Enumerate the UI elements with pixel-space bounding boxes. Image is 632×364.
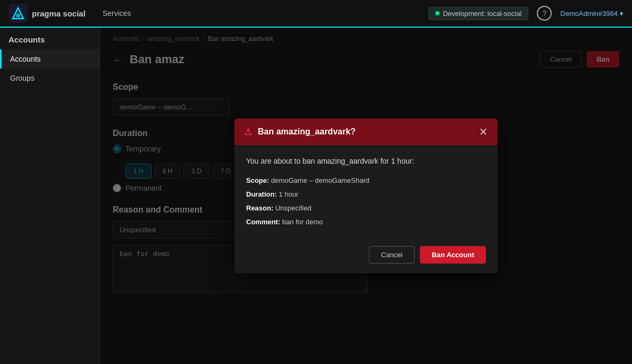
env-label: Development: local-social: [443, 10, 521, 18]
sidebar-item-groups[interactable]: Groups: [0, 69, 99, 88]
sidebar-accounts-label: Accounts: [10, 55, 41, 63]
environment-badge[interactable]: Development: local-social: [428, 7, 528, 20]
logo-area: pragma social: [9, 4, 86, 23]
nav-right: Development: local-social ? DemoAdmin#39…: [428, 6, 623, 21]
dialog-duration-row: Duration: 1 hour: [246, 188, 486, 201]
help-icon: ?: [542, 9, 546, 18]
dialog-comment-value: ban for demo: [282, 218, 323, 226]
dialog-title-area: ⚠ Ban amazing_aardvark?: [244, 126, 356, 138]
main-layout: Accounts Accounts Groups Accounts / amaz…: [0, 28, 632, 364]
dialog-scope-value: demoGame – demoGameShard: [271, 176, 369, 184]
dialog-title: Ban amazing_aardvark?: [258, 127, 356, 137]
user-label: DemoAdmin#3984: [560, 10, 618, 18]
dialog-close-button[interactable]: ✕: [479, 126, 488, 137]
dialog-scope-row: Scope: demoGame – demoGameShard: [246, 174, 486, 188]
sidebar-top-label: Accounts: [0, 28, 99, 49]
dialog-reason-value: Unspecified: [275, 204, 311, 212]
dialog-duration-label: Duration:: [246, 190, 277, 198]
dialog-comment-row: Comment: ban for demo: [246, 215, 486, 229]
dialog-reason-label: Reason:: [246, 204, 273, 212]
dialog-ban-button[interactable]: Ban Account: [420, 246, 486, 264]
sidebar-groups-label: Groups: [10, 74, 35, 82]
sidebar-item-accounts[interactable]: Accounts: [0, 49, 99, 69]
dialog-header: ⚠ Ban amazing_aardvark? ✕: [234, 118, 498, 145]
dialog-summary: You are about to ban amazing_aardvark fo…: [246, 157, 486, 165]
dialog-actions: Cancel Ban Account: [234, 239, 498, 273]
svg-point-2: [16, 13, 20, 18]
dialog-comment-label: Comment:: [246, 218, 280, 226]
dialog-warning-icon: ⚠: [244, 126, 252, 138]
confirmation-dialog: ⚠ Ban amazing_aardvark? ✕ You are about …: [234, 118, 498, 273]
sidebar: Accounts Accounts Groups: [0, 28, 100, 364]
dialog-details: Scope: demoGame – demoGameShard Duration…: [246, 174, 486, 229]
dialog-body: You are about to ban amazing_aardvark fo…: [234, 145, 498, 239]
dialog-duration-value: 1 hour: [279, 190, 298, 198]
dialog-scope-label: Scope:: [246, 176, 269, 184]
dialog-cancel-button[interactable]: Cancel: [369, 246, 415, 264]
user-menu[interactable]: DemoAdmin#3984 ▾: [560, 10, 623, 18]
help-button[interactable]: ?: [537, 6, 552, 21]
services-menu[interactable]: Services: [103, 9, 131, 18]
brand-name: pragma social: [32, 9, 86, 18]
content-area: Accounts / amazing_aardvark / Ban amazin…: [100, 28, 632, 364]
topnav: pragma social Services Development: loca…: [0, 0, 632, 28]
dialog-reason-row: Reason: Unspecified: [246, 201, 486, 215]
pragma-logo-icon: [9, 4, 28, 23]
chevron-down-icon: ▾: [620, 10, 623, 18]
modal-overlay: ⚠ Ban amazing_aardvark? ✕ You are about …: [100, 28, 632, 364]
env-status-dot: [435, 11, 440, 15]
